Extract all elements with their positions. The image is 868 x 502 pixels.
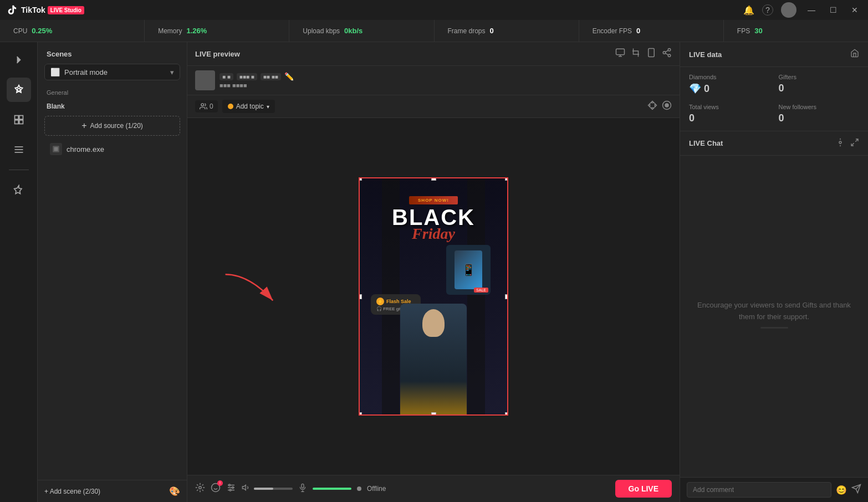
phone-icon[interactable] (646, 48, 656, 60)
live-data-title: LIVE data (689, 50, 722, 59)
selection-handle-ml[interactable] (359, 294, 362, 299)
chat-divider (760, 327, 788, 329)
comment-emoji-button[interactable]: 😊 (836, 485, 847, 495)
titlebar-controls: 🔔 ? — ☐ ✕ (743, 2, 861, 18)
notification-button[interactable]: 🔔 (743, 5, 754, 16)
svg-rect-2 (19, 116, 23, 120)
titlebar: TikTok LIVE Studio 🔔 ? — ☐ ✕ (0, 0, 868, 20)
source-item-chrome[interactable]: chrome.exe (42, 139, 182, 159)
sidebar-item-arrow[interactable] (7, 48, 31, 72)
selection-handle-tc[interactable] (431, 177, 436, 181)
notification-dot: ! (217, 480, 223, 486)
svg-point-31 (229, 484, 231, 486)
diamonds-value: 💎 0 (689, 83, 770, 95)
comment-send-button[interactable] (851, 484, 861, 496)
cpu-label: CPU (13, 27, 27, 35)
live-chat-icons (836, 138, 859, 148)
selection-handle-tr[interactable] (505, 177, 508, 181)
display-icon[interactable] (615, 48, 625, 60)
encoder-fps-value: 0 (636, 27, 640, 35)
comment-input[interactable] (687, 482, 831, 498)
preview-actions-right (647, 100, 672, 113)
preview-stream-bar: ■ ■ ■■■ ■ ■■ ■■ ✏️ ■■■ ■■■■ (187, 66, 680, 95)
scenes-panel: Scenes ⬜ Portrait mode ▾ General Blank +… (38, 42, 187, 502)
minimize-button[interactable]: — (804, 4, 819, 16)
svg-rect-9 (54, 147, 58, 151)
add-source-button[interactable]: + Add source (1/20) (44, 116, 180, 136)
maximize-button[interactable]: ☐ (826, 4, 840, 16)
selection-handle-bc[interactable] (431, 412, 436, 416)
topic-dot-icon (228, 104, 233, 109)
chat-settings-icon[interactable] (836, 138, 845, 148)
sidebar-item-scenes[interactable] (7, 78, 31, 102)
chat-expand-icon[interactable] (850, 138, 859, 148)
microphone-icon[interactable] (298, 483, 307, 495)
volume-slider[interactable] (254, 488, 293, 490)
preview-panel: LIVE preview (187, 42, 680, 502)
go-live-button[interactable]: Go LIVE (615, 480, 672, 498)
record-button[interactable] (662, 100, 672, 113)
preview-header: LIVE preview (187, 42, 680, 66)
scene-palette-button[interactable]: 🎨 (169, 486, 180, 496)
snap-button[interactable] (647, 100, 657, 113)
home-icon[interactable] (850, 49, 859, 60)
add-topic-button[interactable]: Add topic ▾ (222, 100, 275, 113)
volume-control (242, 483, 293, 495)
crop-icon[interactable] (631, 48, 641, 60)
sliders-icon[interactable] (226, 483, 236, 495)
diamonds-label: Diamonds (689, 74, 770, 80)
stats-bar: CPU 0.25% Memory 1.26% Upload kbps 0kb/s… (0, 20, 868, 42)
preview-header-icons (615, 48, 672, 60)
new-followers-stat: New followers 0 (779, 104, 860, 124)
status-indicator (357, 486, 361, 491)
total-views-value: 0 (689, 112, 770, 124)
preview-content: SHOP NOW! BLACK Friday 📱 SALE (187, 118, 680, 475)
memory-stat: Memory 1.26% (145, 20, 289, 42)
selection-handle-bl[interactable] (359, 412, 362, 416)
stream-tag-3: ■■ ■■ (261, 73, 281, 80)
stream-tag-2: ■■■ ■ (237, 73, 257, 80)
viewers-number: 0 (210, 103, 213, 110)
selection-handle-br[interactable] (505, 412, 508, 416)
svg-point-15 (668, 49, 671, 52)
live-chat-header: LIVE Chat (680, 131, 868, 156)
shop-now-badge: SHOP NOW! (409, 196, 458, 204)
sidebar-item-layers[interactable] (7, 107, 31, 132)
volume-icon[interactable] (242, 483, 251, 495)
cpu-stat: CPU 0.25% (0, 20, 145, 42)
edit-icon[interactable]: ✏️ (284, 72, 294, 81)
add-scene-button[interactable]: + Add scene (2/30) (44, 488, 100, 495)
stream-thumbnail (195, 70, 215, 90)
sidebar-item-list[interactable] (7, 137, 31, 162)
new-followers-label: New followers (779, 104, 860, 110)
svg-rect-1 (14, 116, 18, 120)
app-logo: TikTok LIVE Studio (7, 4, 84, 16)
settings-icon[interactable] (195, 483, 205, 495)
live-studio-badge: LIVE Studio (48, 6, 84, 14)
sidebar-item-effects[interactable] (7, 178, 31, 202)
help-button[interactable]: ? (762, 4, 773, 16)
scene-mode-selector[interactable]: ⬜ Portrait mode ▾ (44, 64, 180, 80)
user-avatar[interactable] (781, 2, 796, 18)
add-scene-label: + Add scene (2/30) (44, 488, 100, 495)
selection-handle-tl[interactable] (359, 177, 362, 181)
share-icon[interactable] (662, 48, 672, 60)
svg-rect-4 (19, 120, 23, 124)
scene-blank-label: Blank (38, 99, 187, 112)
mic-volume-slider[interactable] (313, 488, 351, 490)
svg-rect-3 (14, 120, 18, 124)
svg-line-19 (665, 50, 668, 52)
svg-point-16 (663, 52, 666, 54)
close-button[interactable]: ✕ (848, 4, 861, 16)
svg-point-38 (839, 141, 841, 144)
selection-handle-mr[interactable] (505, 294, 508, 299)
scene-general-label: General (38, 86, 187, 99)
gifters-label: Gifters (779, 74, 860, 80)
live-chat-placeholder: Encourage your viewers to send Gifts and… (691, 300, 857, 323)
comment-bar: 😊 (680, 477, 868, 502)
arrow-overlay (221, 269, 287, 315)
emoji-icon[interactable]: ! (211, 483, 221, 495)
upload-value: 0kb/s (344, 27, 362, 35)
chrome-icon (50, 143, 62, 155)
svg-point-0 (17, 89, 20, 91)
